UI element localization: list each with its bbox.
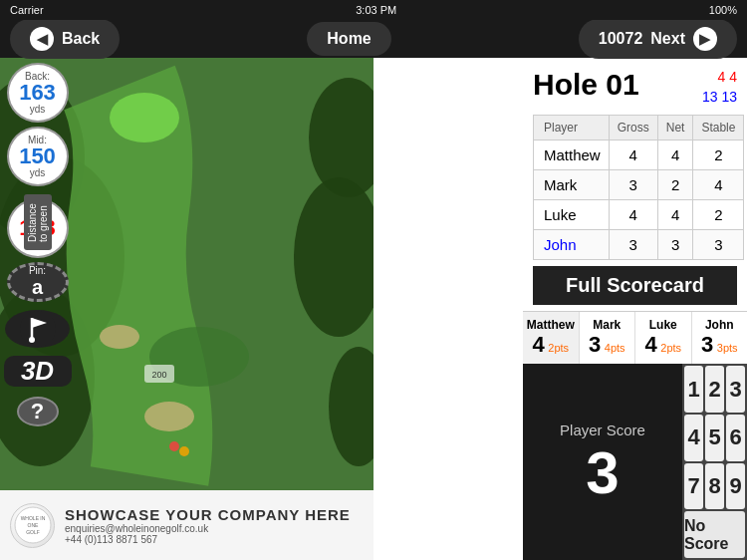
help-button[interactable]: ? (17, 397, 59, 426)
tab-score: 3 (701, 332, 713, 357)
player-score-value: 3 (586, 443, 619, 503)
pin-label: Pin: (29, 265, 46, 276)
score-section: Hole 01 4 4 13 13 Player Gross Net Stabl… (523, 58, 747, 311)
home-label: Home (327, 30, 371, 48)
tab-pts: 3pts (717, 342, 738, 354)
player-score-display: Player Score 3 (523, 364, 682, 560)
full-scorecard-button[interactable]: Full Scorecard (533, 266, 737, 305)
back-unit: yds (11, 104, 65, 115)
gross-cell: 4 (609, 200, 657, 230)
net-cell: 2 (657, 170, 693, 200)
table-row: Mark 3 2 4 (534, 170, 744, 200)
tab-name: Luke (637, 318, 689, 332)
number-btn-5[interactable]: 5 (705, 415, 724, 461)
table-row: John 3 3 3 (534, 230, 744, 260)
distance-sidebar: Back: 163 yds Mid: 150 yds Distance to g… (0, 58, 75, 426)
distance-to-green-label: Distance to green (24, 194, 52, 250)
stable-cell: 3 (693, 230, 744, 260)
pin-value: a (32, 276, 43, 299)
stable-cell: 2 (693, 200, 744, 230)
svg-text:ONE: ONE (27, 522, 39, 528)
gross-cell: 3 (609, 230, 657, 260)
next-arrow-icon: ▶ (693, 27, 717, 51)
number-btn-7[interactable]: 7 (684, 463, 703, 510)
red-numbers: 4 4 (702, 68, 737, 88)
logo-text: SHOWCASE YOUR COMPANY HERE enquiries@who… (65, 506, 351, 545)
mid-value: 150 (11, 145, 65, 167)
player-name-cell: Matthew (534, 140, 610, 170)
net-cell: 4 (657, 140, 693, 170)
flag-icon (19, 310, 57, 348)
number-btn-1[interactable]: 1 (684, 366, 703, 413)
svg-text:WHOLE IN: WHOLE IN (20, 515, 45, 521)
back-value: 163 (11, 82, 65, 104)
tab-name: John (694, 318, 746, 332)
3d-label: 3D (21, 356, 54, 387)
player-name-cell: Mark (534, 170, 610, 200)
player-tab-mark[interactable]: Mark 3 4pts (580, 312, 636, 364)
next-number: 10072 (599, 30, 643, 48)
right-panel: Hole 01 4 4 13 13 Player Gross Net Stabl… (374, 58, 747, 560)
tab-name: Mark (582, 318, 633, 332)
company-email: enquiries@wholeinonegolf.co.uk (65, 523, 351, 534)
tab-pts: 2pts (548, 342, 569, 354)
number-btn-3[interactable]: 3 (726, 366, 745, 413)
tab-score: 3 (589, 332, 601, 357)
player-tab-matthew[interactable]: Matthew 4 2pts (523, 312, 580, 364)
flag-button[interactable] (5, 310, 70, 348)
3d-button[interactable]: 3D (4, 356, 72, 387)
player-score-label: Player Score (560, 421, 645, 438)
left-panel: Back: 163 yds Mid: 150 yds Distance to g… (0, 58, 374, 560)
time-label: 3:03 PM (356, 4, 396, 16)
logo-area: WHOLE IN ONE GOLF SHOWCASE YOUR COMPANY … (0, 490, 374, 560)
mid-distance: Mid: 150 yds (7, 127, 69, 186)
score-entry-area: Player Score 3 123456789No Score (523, 364, 747, 560)
hole-numbers: 4 4 13 13 (702, 68, 737, 107)
number-grid: 123456789No Score (682, 364, 747, 560)
help-icon: ? (31, 399, 44, 424)
back-button[interactable]: ◀ Back (10, 19, 120, 59)
gross-cell: 3 (609, 170, 657, 200)
back-label: Back (62, 30, 100, 48)
carrier-label: Carrier (10, 4, 44, 16)
svg-text:GOLF: GOLF (26, 529, 40, 535)
player-tab-luke[interactable]: Luke 4 2pts (635, 312, 692, 364)
company-phone: +44 (0)113 8871 567 (65, 534, 351, 545)
status-bar: Carrier 3:03 PM 100% (0, 0, 747, 20)
tab-name: Matthew (525, 318, 577, 332)
tab-pts: 2pts (660, 342, 681, 354)
player-tab-john[interactable]: John 3 3pts (692, 312, 748, 364)
tab-score: 4 (644, 332, 656, 357)
pin-indicator: Pin: a (7, 262, 69, 302)
next-label: Next (650, 30, 685, 48)
battery-label: 100% (709, 4, 737, 16)
hole-title: Hole 01 (533, 68, 639, 102)
number-btn-6[interactable]: 6 (726, 415, 745, 461)
table-row: Matthew 4 4 2 (534, 140, 744, 170)
svg-point-3 (29, 337, 35, 343)
golf-ball-logo: WHOLE IN ONE GOLF (10, 503, 55, 548)
score-table: Player Gross Net Stable Matthew 4 4 2 Ma… (533, 115, 744, 260)
number-btn-8[interactable]: 8 (705, 463, 724, 510)
tab-score: 4 (532, 332, 544, 357)
stable-cell: 4 (693, 170, 744, 200)
number-btn-2[interactable]: 2 (705, 366, 724, 413)
number-btn-9[interactable]: 9 (726, 463, 745, 510)
svg-point-0 (20, 311, 56, 347)
mid-unit: yds (11, 167, 65, 178)
blue-numbers: 13 13 (702, 88, 737, 108)
back-distance: Back: 163 yds (7, 63, 69, 123)
net-cell: 4 (657, 200, 693, 230)
stable-cell: 2 (693, 140, 744, 170)
no-score-button[interactable]: No Score (684, 511, 745, 558)
col-gross: Gross (609, 116, 657, 140)
back-arrow-icon: ◀ (30, 27, 54, 51)
number-btn-4[interactable]: 4 (684, 415, 703, 461)
home-button[interactable]: Home (307, 22, 390, 56)
company-name: SHOWCASE YOUR COMPANY HERE (65, 506, 351, 523)
col-stable: Stable (693, 116, 744, 140)
next-button[interactable]: 10072 Next ▶ (579, 19, 737, 59)
table-row: Luke 4 4 2 (534, 200, 744, 230)
col-net: Net (657, 116, 693, 140)
player-name-cell: John (534, 230, 610, 260)
